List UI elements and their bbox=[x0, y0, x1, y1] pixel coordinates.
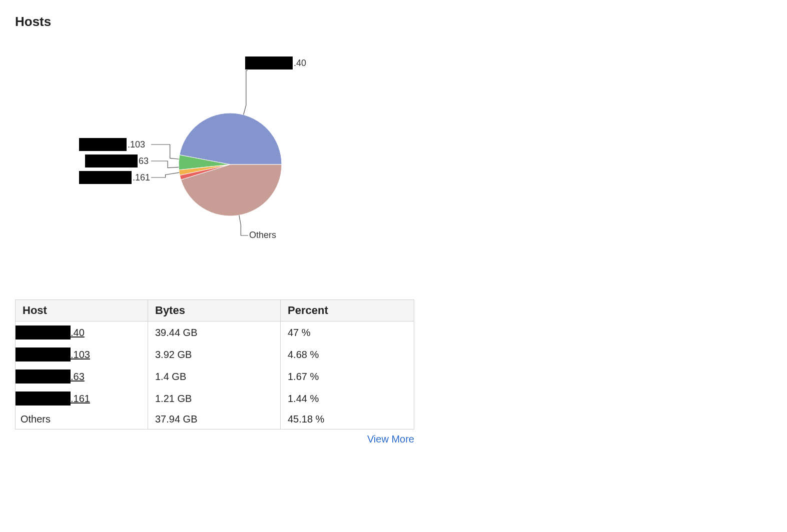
callout-text: Others bbox=[249, 230, 276, 240]
cell-percent: 47 % bbox=[281, 322, 414, 344]
cell-bytes: 37.94 GB bbox=[148, 410, 281, 430]
table-row: .40 39.44 GB 47 % bbox=[16, 322, 414, 344]
cell-bytes: 3.92 GB bbox=[148, 344, 281, 366]
callout-host-40: .40 bbox=[245, 56, 306, 70]
callout-suffix: .103 bbox=[128, 140, 145, 150]
callout-others: Others bbox=[248, 230, 276, 240]
cell-percent: 45.18 % bbox=[281, 410, 414, 430]
table-header-row: Host Bytes Percent bbox=[16, 300, 414, 322]
cell-host[interactable]: .161 bbox=[16, 388, 148, 410]
table-row: .103 3.92 GB 4.68 % bbox=[16, 344, 414, 366]
cell-host-others: Others bbox=[16, 410, 148, 430]
redacted-ip-prefix bbox=[79, 138, 127, 151]
table-row: .63 1.4 GB 1.67 % bbox=[16, 366, 414, 388]
cell-host[interactable]: .40 bbox=[16, 322, 148, 344]
view-more-link[interactable]: View More bbox=[367, 434, 414, 444]
hosts-table: Host Bytes Percent .40 39.44 GB 47 % .10… bbox=[15, 300, 414, 430]
cell-percent: 1.44 % bbox=[281, 388, 414, 410]
redacted-ip-prefix bbox=[79, 171, 132, 184]
callout-host-103: .103 bbox=[79, 138, 145, 151]
pie-svg bbox=[15, 60, 415, 270]
cell-percent: 4.68 % bbox=[281, 344, 414, 366]
col-bytes: Bytes bbox=[148, 300, 281, 322]
callout-suffix: .161 bbox=[133, 172, 150, 183]
callout-suffix: 63 bbox=[139, 156, 149, 166]
cell-host[interactable]: .103 bbox=[16, 344, 148, 366]
cell-bytes: 39.44 GB bbox=[148, 322, 281, 344]
callout-host-63: 63 bbox=[85, 154, 149, 168]
redacted-ip-prefix bbox=[245, 56, 293, 70]
redacted-ip-prefix bbox=[85, 154, 138, 168]
col-host: Host bbox=[16, 300, 148, 322]
section-title: Hosts bbox=[15, 14, 772, 30]
callout-suffix: .40 bbox=[294, 58, 306, 68]
cell-host[interactable]: .63 bbox=[16, 366, 148, 388]
view-more-wrap: View More bbox=[15, 434, 414, 445]
table-row: Others 37.94 GB 45.18 % bbox=[16, 410, 414, 430]
hosts-pie-chart: .40 .103 63 .161 Others bbox=[15, 60, 415, 270]
cell-bytes: 1.4 GB bbox=[148, 366, 281, 388]
callout-host-161: .161 bbox=[79, 171, 150, 184]
col-percent: Percent bbox=[281, 300, 414, 322]
cell-bytes: 1.21 GB bbox=[148, 388, 281, 410]
cell-percent: 1.67 % bbox=[281, 366, 414, 388]
table-row: .161 1.21 GB 1.44 % bbox=[16, 388, 414, 410]
